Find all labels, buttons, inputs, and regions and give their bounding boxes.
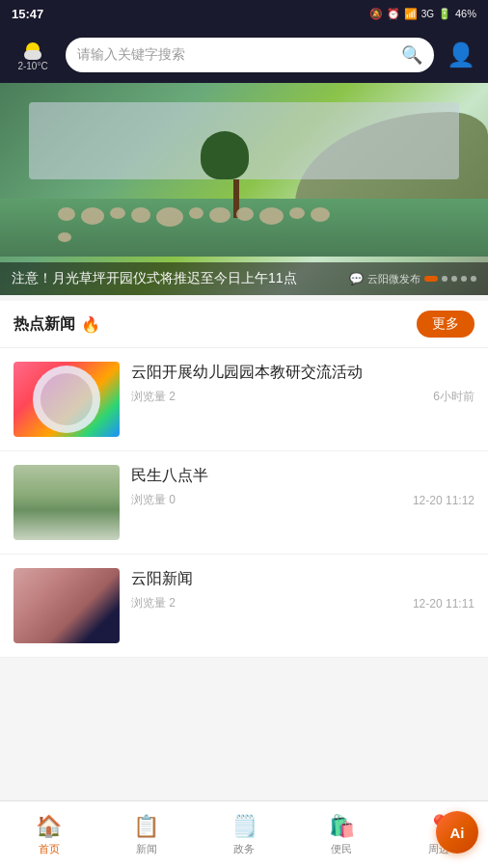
news-time-2: 12-20 11:12 [413,494,474,507]
news-item-2[interactable]: 民生八点半 浏览量 0 12-20 11:12 [0,451,488,555]
fire-icon: 🔥 [81,315,100,334]
banner-rocks [58,207,347,242]
status-bar: 15:47 🔕 ⏰ 📶 3G 🔋 46% [0,0,488,27]
news-title-3: 云阳新闻 [131,568,474,589]
header: 2-10°C 请输入关键字搜索 🔍 👤 [0,27,488,83]
news-content-1: 云阳开展幼儿园园本教研交流活动 浏览量 2 6小时前 [131,362,474,405]
hot-news-title: 热点新闻 [14,314,75,335]
bottom-nav: 🏠 首页 📋 新闻 🗒️ 政务 🛍️ 便民 📍 周边 [0,800,488,868]
mute-icon: 🔕 [369,8,383,20]
search-placeholder: 请输入关键字搜索 [77,46,393,64]
news-list: 云阳开展幼儿园园本教研交流活动 浏览量 2 6小时前 民生八点半 浏览量 0 1… [0,348,488,658]
search-icon[interactable]: 🔍 [401,44,422,66]
weather-widget: 2-10°C [10,39,56,71]
news-content-2: 民生八点半 浏览量 0 12-20 11:12 [131,465,474,508]
banner-source-name: 云阳微发布 [367,272,420,286]
nav-service-label: 便民 [331,842,352,856]
banner[interactable]: 注意！月光草坪开园仪式将推迟至今日上午11点 💬 云阳微发布 [0,83,488,295]
battery-icon: 🔋 [438,8,451,20]
news-icon: 📋 [133,814,159,839]
status-icons: 🔕 ⏰ 📶 3G 🔋 46% [369,8,476,20]
dot-1 [424,276,438,282]
banner-tree [222,131,251,218]
weather-icon [22,39,43,60]
battery-level: 46% [455,8,476,19]
news-thumb-2 [14,465,120,540]
nav-service[interactable]: 🛍️ 便民 [293,814,391,856]
news-content-3: 云阳新闻 浏览量 2 12-20 11:11 [131,568,474,611]
section-title: 热点新闻 🔥 [14,314,100,335]
news-meta-2: 浏览量 0 12-20 11:12 [131,492,474,508]
home-icon: 🏠 [36,814,62,839]
gov-icon: 🗒️ [231,814,258,839]
banner-caption-text: 注意！月光草坪开园仪式将推迟至今日上午11点 [12,270,349,287]
ai-badge[interactable]: Ai [436,811,478,854]
news-time-1: 6小时前 [433,389,474,405]
news-item-1[interactable]: 云阳开展幼儿园园本教研交流活动 浏览量 2 6小时前 [0,348,488,451]
nav-home-label: 首页 [39,842,60,856]
service-icon: 🛍️ [329,814,355,839]
wechat-icon: 💬 [349,272,364,285]
wifi-icon: 📶 [404,8,418,20]
news-views-3: 浏览量 2 [131,595,176,611]
nav-home[interactable]: 🏠 首页 [0,814,97,856]
dot-4 [461,276,467,282]
news-title-1: 云阳开展幼儿园园本教研交流活动 [131,362,474,383]
nav-news[interactable]: 📋 新闻 [97,814,195,856]
ai-label: Ai [450,825,465,841]
banner-dots [424,276,476,282]
news-title-2: 民生八点半 [131,465,474,486]
banner-caption: 注意！月光草坪开园仪式将推迟至今日上午11点 💬 云阳微发布 [0,262,488,295]
news-meta-3: 浏览量 2 12-20 11:11 [131,595,474,611]
nav-gov-label: 政务 [233,842,255,856]
search-bar[interactable]: 请输入关键字搜索 🔍 [66,38,434,72]
hot-news-header: 热点新闻 🔥 更多 [0,301,488,348]
alarm-icon: ⏰ [387,8,400,20]
news-thumb-3 [14,568,120,643]
signal-icon: 3G [421,9,434,19]
dot-2 [442,276,447,282]
nav-news-label: 新闻 [136,842,157,856]
nav-gov[interactable]: 🗒️ 政务 [195,814,292,856]
news-item-3[interactable]: 云阳新闻 浏览量 2 12-20 11:11 [0,555,488,658]
status-time: 15:47 [12,7,43,21]
more-button[interactable]: 更多 [417,311,474,338]
news-meta-1: 浏览量 2 6小时前 [131,389,474,405]
news-thumb-1 [14,362,120,437]
user-icon[interactable]: 👤 [444,41,478,68]
dot-3 [451,276,457,282]
dot-5 [471,276,476,282]
news-time-3: 12-20 11:11 [413,597,474,610]
news-views-2: 浏览量 0 [131,492,176,508]
news-views-1: 浏览量 2 [131,389,176,405]
banner-source: 💬 云阳微发布 [349,272,476,286]
weather-temp: 2-10°C [17,61,47,71]
